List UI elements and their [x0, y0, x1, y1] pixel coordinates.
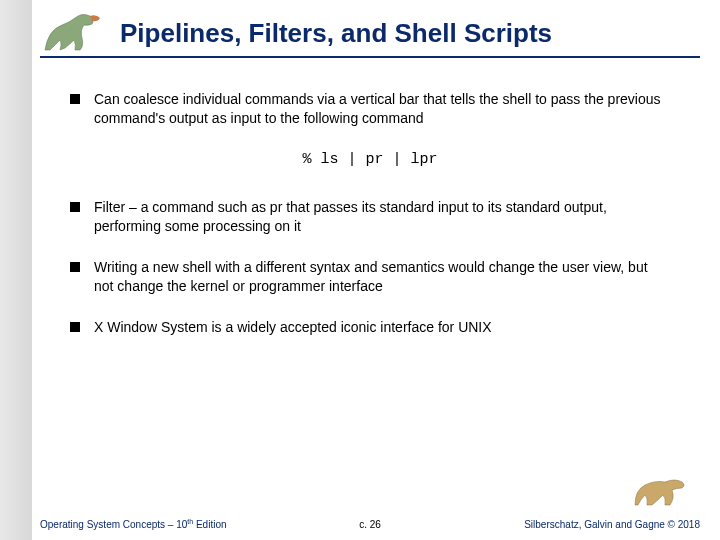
bullet-icon [70, 322, 80, 332]
dinosaur-footer-icon [630, 470, 690, 510]
footer-book: Operating System Concepts – 10 [40, 519, 187, 530]
footer-page: c. 26 [359, 519, 381, 530]
bullet-text: X Window System is a widely accepted ico… [94, 318, 670, 337]
bullet-item: X Window System is a widely accepted ico… [70, 318, 670, 337]
footer-left: Operating System Concepts – 10th Edition [40, 518, 227, 530]
bullet-text: Writing a new shell with a different syn… [94, 258, 670, 296]
bullet-icon [70, 202, 80, 212]
code-example: % ls | pr | lpr [70, 150, 670, 170]
bullet-item: Writing a new shell with a different syn… [70, 258, 670, 296]
bullet-icon [70, 262, 80, 272]
dinosaur-icon [40, 10, 110, 58]
title-underline [40, 56, 700, 58]
footer-edition: Edition [193, 519, 226, 530]
bullet-item: Can coalesce individual commands via a v… [70, 90, 670, 128]
footer-copyright: Silberschatz, Galvin and Gagne © 2018 [524, 519, 700, 530]
bullet-item: Filter – a command such as pr that passe… [70, 198, 670, 236]
bullet-text: Filter – a command such as pr that passe… [94, 198, 670, 236]
slide-title: Pipelines, Filters, and Shell Scripts [120, 18, 700, 49]
sidebar-strip [0, 0, 32, 540]
header: Pipelines, Filters, and Shell Scripts [40, 10, 700, 70]
content-area: Can coalesce individual commands via a v… [70, 90, 670, 358]
bullet-text: Can coalesce individual commands via a v… [94, 90, 670, 128]
footer: Operating System Concepts – 10th Edition… [40, 510, 700, 530]
bullet-icon [70, 94, 80, 104]
